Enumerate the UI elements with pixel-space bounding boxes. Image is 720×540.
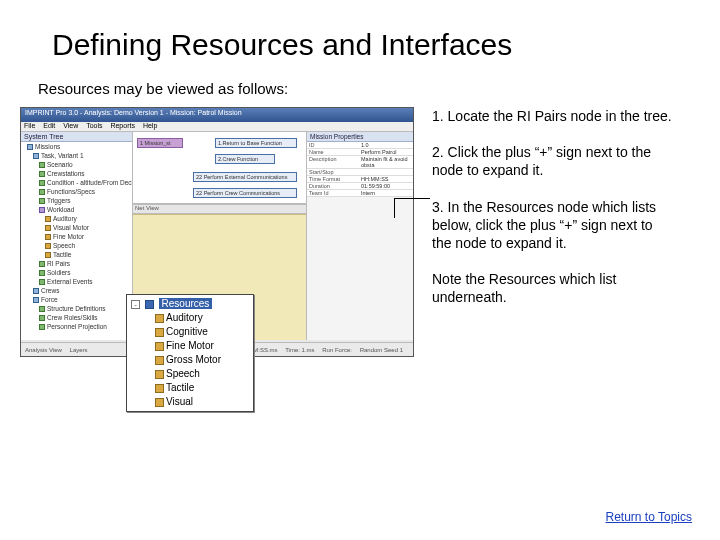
leaf-icon xyxy=(45,234,51,240)
step-2: 2. Click the plus “+” sign next to the n… xyxy=(432,143,672,179)
tree-item[interactable]: Missions xyxy=(35,143,60,150)
tree-item[interactable]: Tactile xyxy=(53,251,71,258)
folder-icon xyxy=(27,144,33,150)
prop-key: Time Format xyxy=(307,176,359,182)
panel-divider: Net View xyxy=(133,204,306,214)
menu-file[interactable]: File xyxy=(24,122,35,129)
status-seed: Random Seed 1 xyxy=(360,347,403,353)
diagram-block[interactable]: 2.Crew Function xyxy=(215,154,275,164)
popup-item[interactable]: Auditory xyxy=(166,312,203,323)
window-titlebar: IMPRINT Pro 3.0 - Analysis: Demo Version… xyxy=(21,108,413,122)
leaf-icon xyxy=(45,243,51,249)
popup-resources-tree: - Resources Auditory Cognitive Fine Moto… xyxy=(126,294,254,412)
status-run-force: Run Force: xyxy=(322,347,352,353)
node-icon xyxy=(39,162,45,168)
tree-item[interactable]: Condition - altitude/From Deck to Recove… xyxy=(47,179,133,186)
node-icon xyxy=(39,207,45,213)
page-title: Defining Resources and Interfaces xyxy=(0,0,720,72)
leaf-icon xyxy=(45,225,51,231)
prop-value: 01:59:59:00 xyxy=(359,183,413,189)
instructions-panel: 1. Locate the RI Pairs node in the tree.… xyxy=(414,107,672,357)
tree-item[interactable]: Visual Motor xyxy=(53,224,89,231)
popup-root-label[interactable]: Resources xyxy=(159,298,213,309)
pane-properties: Mission Properties ID1.0 NamePerform Pat… xyxy=(307,132,413,340)
node-icon xyxy=(39,261,45,267)
leaf-icon xyxy=(155,398,164,407)
step-3: 3. In the Resources node which lists bel… xyxy=(432,198,672,253)
folder-icon xyxy=(33,153,39,159)
tree-item[interactable]: Crew Roles/Skills xyxy=(47,314,98,321)
leaf-icon xyxy=(45,216,51,222)
node-icon xyxy=(39,180,45,186)
tree-item[interactable]: Workload xyxy=(47,206,74,213)
status-layers: Layers xyxy=(70,347,88,353)
node-icon xyxy=(39,279,45,285)
menu-view[interactable]: View xyxy=(63,122,78,129)
callout-line xyxy=(394,198,395,218)
tree-item[interactable]: Speech xyxy=(53,242,75,249)
popup-item[interactable]: Tactile xyxy=(166,382,194,393)
tree-item[interactable]: Crewstations xyxy=(47,170,85,177)
popup-item[interactable]: Visual xyxy=(166,396,193,407)
prop-key: ID xyxy=(307,142,359,148)
tree-item[interactable]: Soldiers xyxy=(47,269,70,276)
leaf-icon xyxy=(155,314,164,323)
node-icon xyxy=(39,324,45,330)
popup-item[interactable]: Gross Motor xyxy=(166,354,221,365)
tree-item[interactable]: Functions/Specs xyxy=(47,188,95,195)
tree-item[interactable]: Triggers xyxy=(47,197,71,204)
tree-item[interactable]: External Events xyxy=(47,278,93,285)
leaf-icon xyxy=(155,342,164,351)
diagram-block[interactable]: 22 Perform Crew Communications xyxy=(193,188,297,198)
popup-item[interactable]: Fine Motor xyxy=(166,340,214,351)
popup-item[interactable]: Cognitive xyxy=(166,326,208,337)
menu-help[interactable]: Help xyxy=(143,122,157,129)
leaf-icon xyxy=(155,370,164,379)
node-icon xyxy=(39,189,45,195)
status-time: Time: 1.ms xyxy=(285,347,314,353)
status-view: Analysis View xyxy=(25,347,62,353)
node-icon xyxy=(39,198,45,204)
node-icon xyxy=(39,306,45,312)
prop-key: Start/Stop xyxy=(307,169,359,175)
tree-item[interactable]: Task, Variant 1 xyxy=(41,152,84,159)
folder-icon xyxy=(33,288,39,294)
step-1: 1. Locate the RI Pairs node in the tree. xyxy=(432,107,672,125)
node-icon xyxy=(39,315,45,321)
menu-tools[interactable]: Tools xyxy=(86,122,102,129)
callout-line xyxy=(394,198,430,199)
tree-item[interactable]: Force xyxy=(41,296,58,303)
node-icon xyxy=(39,171,45,177)
minus-icon[interactable]: - xyxy=(131,300,140,309)
tree-item[interactable]: Crews xyxy=(41,287,59,294)
page-subtitle: Resources may be viewed as follows: xyxy=(0,72,720,103)
popup-item[interactable]: Speech xyxy=(166,368,200,379)
tree-header: System Tree xyxy=(21,132,132,142)
prop-value: Intern xyxy=(359,190,413,196)
prop-key: Name xyxy=(307,149,359,155)
diagram-block[interactable]: 1.Return to Base Function xyxy=(215,138,297,148)
tree-item[interactable]: Fine Motor xyxy=(53,233,84,240)
folder-icon xyxy=(145,300,154,309)
tree-item[interactable]: Personnel Projection xyxy=(47,323,107,330)
tree-item[interactable]: Auditory xyxy=(53,215,77,222)
leaf-icon xyxy=(155,328,164,337)
node-icon xyxy=(39,270,45,276)
leaf-icon xyxy=(155,384,164,393)
leaf-icon xyxy=(155,356,164,365)
diagram-block[interactable]: 1 Mission_st xyxy=(137,138,183,148)
prop-key: Team Id xyxy=(307,190,359,196)
folder-icon xyxy=(33,297,39,303)
step-note: Note the Resources which list underneath… xyxy=(432,270,672,306)
tree-item[interactable]: Scenario xyxy=(47,161,73,168)
return-to-topics-link[interactable]: Return to Topics xyxy=(606,510,693,524)
prop-key: Description xyxy=(307,156,359,168)
menu-reports[interactable]: Reports xyxy=(110,122,135,129)
tree-item[interactable]: RI Pairs xyxy=(47,260,70,267)
prop-value: 1.0 xyxy=(359,142,413,148)
diagram-block[interactable]: 22 Perform External Communications xyxy=(193,172,297,182)
menu-edit[interactable]: Edit xyxy=(43,122,55,129)
menubar: File Edit View Tools Reports Help xyxy=(21,122,413,132)
tree-item[interactable]: Structure Definitions xyxy=(47,305,106,312)
prop-value: Maintain flt & avoid obsta xyxy=(359,156,413,168)
